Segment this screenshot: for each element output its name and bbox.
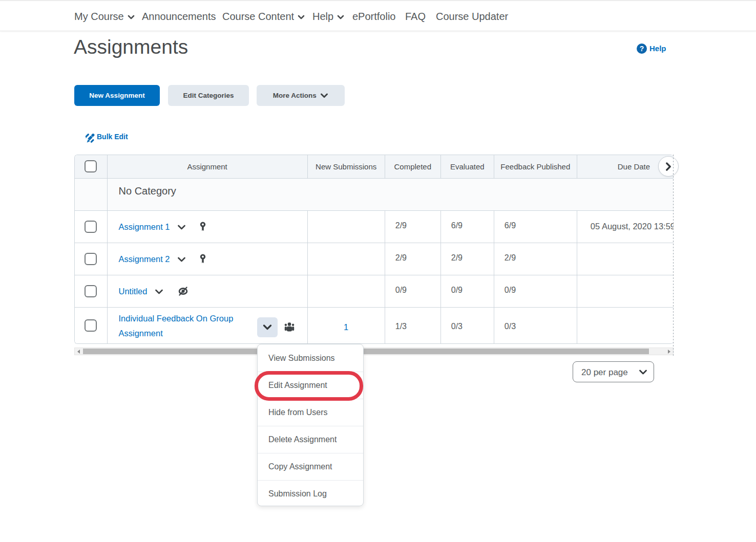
- svg-text:?: ?: [640, 45, 644, 53]
